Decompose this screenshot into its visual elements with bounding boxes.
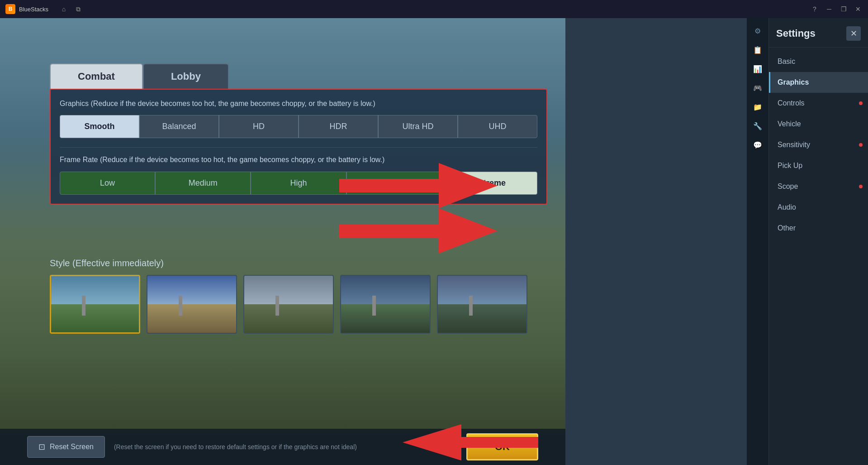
titlebar: B BlueStacks ⌂ ⧉ ? ─ ❐ ✕	[0, 0, 868, 18]
settings-item-graphics[interactable]: Graphics	[769, 72, 868, 93]
settings-panel: Settings ✕ Basic Graphics Controls Vehic…	[768, 18, 868, 465]
quality-balanced[interactable]: Balanced	[139, 115, 219, 138]
quality-hd[interactable]: HD	[219, 115, 299, 138]
app-logo: B BlueStacks	[0, 4, 54, 14]
style-scene-4	[341, 276, 430, 333]
svg-marker-2	[403, 424, 538, 460]
settings-item-scope-label: Scope	[778, 182, 798, 191]
layers-button[interactable]: ⧉	[72, 3, 85, 15]
style-section-label: Style (Effective immediately)	[50, 258, 547, 268]
settings-title: Settings	[776, 28, 816, 39]
settings-item-basic-label: Basic	[778, 58, 795, 66]
quality-hdr[interactable]: HDR	[299, 115, 378, 138]
style-thumb-1[interactable]	[50, 275, 140, 334]
framerate-low[interactable]: Low	[60, 172, 155, 195]
settings-item-audio-label: Audio	[778, 203, 796, 211]
style-thumb-3[interactable]	[243, 275, 334, 334]
reset-label: Reset Screen	[50, 443, 94, 451]
settings-item-audio[interactable]: Audio	[769, 197, 868, 218]
bottom-bar: ⊡ Reset Screen (Reset the screen if you …	[0, 429, 565, 465]
settings-item-vehicle[interactable]: Vehicle	[769, 114, 868, 134]
settings-item-scope[interactable]: Scope	[769, 176, 868, 197]
settings-item-sensitivity[interactable]: Sensitivity	[769, 134, 868, 155]
reset-icon: ⊡	[38, 442, 45, 452]
restore-button[interactable]: ❐	[837, 3, 850, 15]
settings-item-controls[interactable]: Controls	[769, 93, 868, 114]
icon-btn-1[interactable]: ⚙	[749, 23, 766, 39]
settings-menu: Basic Graphics Controls Vehicle Sensitiv…	[769, 48, 868, 465]
arrow-ok	[403, 424, 538, 460]
style-section: Style (Effective immediately)	[50, 258, 547, 334]
style-scene-1	[51, 276, 139, 332]
arrow-graphics	[339, 163, 498, 208]
arrow-framerate	[339, 208, 498, 254]
settings-item-pickup-label: Pick Up	[778, 162, 802, 170]
settings-item-pickup[interactable]: Pick Up	[769, 155, 868, 176]
style-scene-5	[438, 276, 526, 333]
icon-btn-7[interactable]: 💬	[749, 137, 766, 153]
style-thumb-5[interactable]	[437, 275, 527, 334]
window-controls: ? ─ ❐ ✕	[808, 3, 868, 15]
quality-options-row: Smooth Balanced HD HDR Ultra HD UHD	[60, 115, 537, 138]
icon-btn-6[interactable]: 🔧	[749, 118, 766, 134]
graphics-label: Graphics (Reduce if the device becomes t…	[60, 99, 537, 109]
framerate-high[interactable]: High	[251, 172, 346, 195]
help-button[interactable]: ?	[808, 3, 821, 15]
quality-ultra-hd[interactable]: Ultra HD	[378, 115, 458, 138]
tab-lobby[interactable]: Lobby	[143, 63, 229, 89]
reset-screen-button[interactable]: ⊡ Reset Screen	[27, 436, 105, 458]
svg-marker-1	[339, 208, 498, 254]
scope-dot	[859, 185, 863, 188]
quality-smooth[interactable]: Smooth	[60, 115, 139, 138]
app-icon: B	[5, 4, 15, 14]
style-thumb-4[interactable]	[340, 275, 431, 334]
framerate-medium[interactable]: Medium	[155, 172, 251, 195]
settings-item-sensitivity-label: Sensitivity	[778, 141, 810, 149]
settings-header: Settings ✕	[769, 18, 868, 48]
style-scene-3	[244, 276, 333, 333]
game-area: Combat Lobby Graphics (Reduce if the dev…	[0, 18, 565, 465]
tab-combat[interactable]: Combat	[50, 63, 143, 89]
settings-item-graphics-label: Graphics	[778, 78, 809, 86]
minimize-button[interactable]: ─	[823, 3, 835, 15]
style-thumbnails-row	[50, 275, 547, 334]
svg-marker-0	[339, 163, 498, 208]
settings-item-controls-label: Controls	[778, 99, 805, 107]
tabs-row: Combat Lobby	[50, 63, 547, 89]
settings-close-button[interactable]: ✕	[846, 26, 861, 41]
app-title: BlueStacks	[19, 6, 48, 13]
quality-uhd[interactable]: UHD	[458, 115, 537, 138]
settings-item-other[interactable]: Other	[769, 218, 868, 239]
right-icon-strip: ⚙ 📋 📊 🎮 📁 🔧 💬	[747, 18, 768, 465]
style-scene-2	[147, 276, 236, 333]
icon-btn-2[interactable]: 📋	[749, 42, 766, 58]
controls-dot	[859, 101, 863, 105]
section-divider	[60, 147, 537, 148]
icon-btn-3[interactable]: 📊	[749, 61, 766, 77]
main-content: Combat Lobby Graphics (Reduce if the dev…	[23, 36, 556, 465]
style-thumb-2[interactable]	[147, 275, 237, 334]
settings-item-vehicle-label: Vehicle	[778, 120, 801, 128]
sensitivity-dot	[859, 143, 863, 147]
icon-btn-4[interactable]: 🎮	[749, 80, 766, 96]
close-button[interactable]: ✕	[852, 3, 864, 15]
settings-item-basic[interactable]: Basic	[769, 51, 868, 72]
icon-btn-5[interactable]: 📁	[749, 99, 766, 115]
titlebar-nav: ⌂ ⧉	[54, 3, 88, 15]
settings-item-other-label: Other	[778, 224, 796, 232]
home-button[interactable]: ⌂	[57, 3, 70, 15]
